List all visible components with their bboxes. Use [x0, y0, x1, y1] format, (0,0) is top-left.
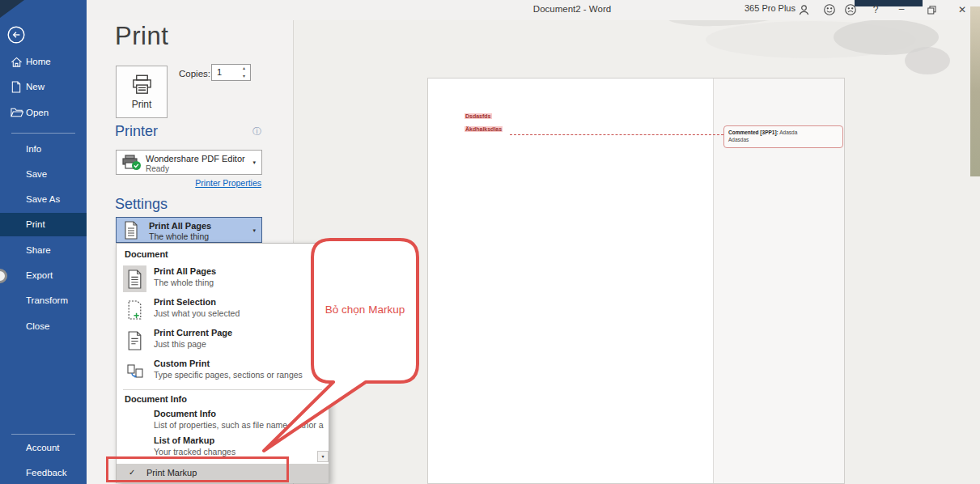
sidebar-divider [11, 133, 75, 134]
comment-connector-line [510, 134, 723, 135]
sidebar-item-feedback[interactable]: Feedback [0, 462, 87, 484]
background-smudge [905, 47, 950, 74]
backstage-sidebar: Home New Open Info Save Save As Print Sh… [0, 0, 87, 484]
document-text-line: Äkdhalksdlas [465, 126, 503, 132]
printer-status: Ready [146, 164, 169, 173]
custom-print-icon [123, 358, 146, 384]
copies-increment-button[interactable]: ▴ [238, 65, 250, 73]
annotation-callout-text: Bỏ chọn Markup [312, 304, 418, 316]
settings-section-heading: Settings [115, 196, 168, 213]
printer-name: Wondershare PDF Editor [146, 154, 245, 163]
copies-label: Copies: [179, 69, 210, 79]
print-all-pages-icon [123, 265, 146, 292]
print-selection-icon [123, 296, 146, 323]
annotation-highlight-rectangle [106, 456, 289, 482]
sidebar-item-open[interactable]: Open [0, 102, 87, 125]
sidebar-item-account[interactable]: Account [0, 437, 87, 460]
print-button-label: Print [132, 99, 152, 110]
comment-text: Adasda [779, 129, 797, 135]
background-artifact [855, 0, 923, 6]
printer-section-heading: Printer [115, 123, 158, 140]
minimize-button[interactable]: – [892, 2, 911, 17]
selected-option-subtitle: The whole thing [149, 231, 209, 241]
open-folder-icon [11, 107, 23, 118]
printer-icon [131, 74, 153, 95]
printer-properties-link[interactable]: Printer Properties [116, 178, 261, 188]
license-label: 365 Pro Plus [745, 3, 795, 23]
close-button[interactable]: ✕ [952, 2, 972, 18]
sidebar-item-print[interactable]: Print [0, 213, 87, 236]
print-button[interactable]: Print [116, 66, 168, 118]
comment-author-label: Commented [3PP1]: [728, 129, 778, 135]
sidebar-item-save[interactable]: Save [0, 163, 87, 186]
comment-balloon: Commented [3PP1]: Adasda Adasdas [723, 125, 843, 148]
restore-button[interactable] [927, 6, 936, 26]
sidebar-divider [11, 434, 75, 435]
copies-value: 1 [217, 67, 222, 77]
page-title: Print [115, 22, 168, 51]
info-icon[interactable]: ⓘ [252, 125, 261, 138]
frown-feedback-icon[interactable] [844, 3, 857, 23]
sidebar-item-export[interactable]: Export [0, 265, 87, 287]
sidebar-item-info[interactable]: Info [0, 138, 87, 161]
sidebar-item-new[interactable]: New [0, 76, 87, 99]
desktop-wallpaper-edge [970, 6, 980, 176]
print-range-select[interactable]: Print All Pages The whole thing ▾ [116, 217, 262, 243]
annotation-callout-balloon [243, 233, 429, 469]
print-current-page-icon [123, 327, 146, 354]
sidebar-item-close[interactable]: Close [0, 316, 87, 338]
account-person-icon[interactable] [798, 4, 810, 24]
dropdown-section-header: Document [125, 249, 168, 259]
new-document-icon [11, 81, 22, 93]
chevron-down-icon: ▾ [252, 159, 256, 166]
home-icon [11, 56, 23, 68]
document-preview-page: Dsdasfds Äkdhalksdlas Commented [3PP1]: … [427, 78, 845, 484]
sidebar-item-share[interactable]: Share [0, 240, 87, 262]
copies-decrement-button[interactable]: ▾ [238, 73, 250, 81]
document-icon [124, 221, 138, 240]
printer-ready-icon [121, 155, 142, 172]
help-button[interactable]: ? [866, 2, 885, 18]
window-title: Document2 - Word [451, 4, 694, 14]
printer-select[interactable]: Wondershare PDF Editor Ready ▾ [116, 150, 262, 175]
dropdown-section-header: Document Info [125, 394, 187, 404]
smiley-feedback-icon[interactable] [823, 3, 836, 23]
back-button[interactable] [6, 25, 26, 45]
sidebar-item-save-as[interactable]: Save As [0, 189, 87, 211]
sidebar-item-transform[interactable]: Transform [0, 290, 87, 312]
document-text-line: Dsdasfds [465, 113, 492, 119]
sidebar-item-home[interactable]: Home [0, 51, 87, 74]
selected-option-title: Print All Pages [149, 221, 211, 231]
copies-stepper[interactable]: 1 ▴ ▾ [211, 64, 251, 81]
comment-text-line2: Adasdas [728, 136, 838, 143]
